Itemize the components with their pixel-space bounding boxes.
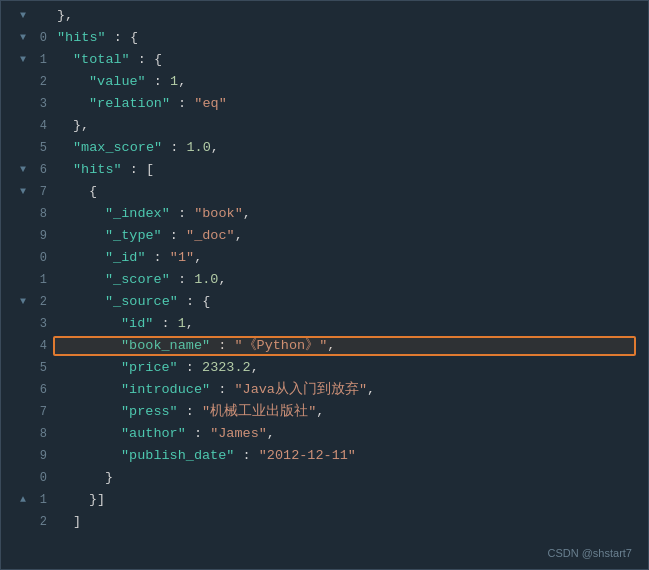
line-number: 2	[33, 291, 47, 313]
line-code: "press" : "机械工业出版社",	[53, 401, 648, 423]
punctuation-token: ]	[73, 514, 81, 529]
fold-arrow[interactable]: ▼	[17, 291, 29, 313]
string-token: "《Python》"	[234, 338, 327, 353]
code-line: 6"introduce" : "Java从入门到放弃",	[1, 379, 648, 401]
punctuation-token: ,	[327, 338, 335, 353]
line-number: 9	[33, 225, 47, 247]
punctuation-token: :	[178, 404, 202, 419]
line-number: 3	[33, 93, 47, 115]
line-code: "_id" : "1",	[53, 247, 648, 269]
line-number: 8	[33, 203, 47, 225]
watermark-text: CSDN @shstart7	[547, 547, 632, 559]
line-code: }]	[53, 489, 648, 511]
string-token: "1"	[170, 250, 194, 265]
line-code: "author" : "James",	[53, 423, 648, 445]
line-number: 8	[33, 423, 47, 445]
punctuation-token: {	[89, 184, 97, 199]
key-token: "value"	[89, 74, 146, 89]
punctuation-token: : {	[130, 52, 162, 67]
code-line: 3"relation" : "eq"	[1, 93, 648, 115]
line-gutter: 2	[1, 71, 53, 93]
punctuation-token: ,	[194, 250, 202, 265]
punctuation-token: },	[73, 118, 89, 133]
line-gutter: 9	[1, 445, 53, 467]
line-code: "_source" : {	[53, 291, 648, 313]
line-gutter: 4	[1, 335, 53, 357]
punctuation-token: :	[162, 228, 186, 243]
punctuation-token: :	[178, 360, 202, 375]
line-gutter: 0	[1, 467, 53, 489]
line-gutter: ▲1	[1, 489, 53, 511]
line-gutter: 9	[1, 225, 53, 247]
fold-arrow[interactable]: ▼	[17, 5, 29, 27]
punctuation-token: }	[89, 492, 97, 507]
line-code: "price" : 2323.2,	[53, 357, 648, 379]
code-line: 1"_score" : 1.0,	[1, 269, 648, 291]
punctuation-token: :	[210, 338, 234, 353]
punctuation-token: :	[146, 250, 170, 265]
key-token: "_index"	[105, 206, 170, 221]
number-token: 1	[170, 74, 178, 89]
line-gutter: ▼6	[1, 159, 53, 181]
number-token: 1.0	[194, 272, 218, 287]
key-token: "author"	[121, 426, 186, 441]
code-content: ▼},▼0"hits" : {▼1"total" : {2"value" : 1…	[1, 1, 648, 537]
code-line: 9"publish_date" : "2012-12-11"	[1, 445, 648, 467]
line-number: 5	[33, 357, 47, 379]
punctuation-token: :	[234, 448, 258, 463]
line-code: }	[53, 467, 648, 489]
line-code: "_type" : "_doc",	[53, 225, 648, 247]
punctuation-token: :	[146, 74, 170, 89]
line-gutter: 5	[1, 137, 53, 159]
code-line: 0"_id" : "1",	[1, 247, 648, 269]
number-token: 1.0	[186, 140, 210, 155]
punctuation-token: ]	[97, 492, 105, 507]
line-number: 3	[33, 313, 47, 335]
line-code: ]	[53, 511, 648, 533]
key-token: "_score"	[105, 272, 170, 287]
punctuation-token: ,	[235, 228, 243, 243]
line-gutter: ▼0	[1, 27, 53, 49]
string-token: "机械工业出版社"	[202, 404, 316, 419]
code-line: 2]	[1, 511, 648, 533]
string-token: "2012-12-11"	[259, 448, 356, 463]
line-code: },	[53, 5, 648, 27]
punctuation-token: ,	[251, 360, 259, 375]
fold-arrow[interactable]: ▼	[17, 159, 29, 181]
line-gutter: 8	[1, 423, 53, 445]
fold-arrow[interactable]: ▼	[17, 49, 29, 71]
line-number: 1	[33, 269, 47, 291]
line-gutter: ▼1	[1, 49, 53, 71]
string-token: "James"	[210, 426, 267, 441]
line-number: 9	[33, 445, 47, 467]
punctuation-token: ,	[186, 316, 194, 331]
key-token: "hits"	[57, 30, 106, 45]
line-gutter: 6	[1, 379, 53, 401]
line-number: 0	[33, 27, 47, 49]
code-line: 2"value" : 1,	[1, 71, 648, 93]
key-token: "hits"	[73, 162, 122, 177]
fold-arrow[interactable]: ▼	[17, 27, 29, 49]
line-number: 1	[33, 489, 47, 511]
key-token: "id"	[121, 316, 153, 331]
line-number: 4	[33, 335, 47, 357]
key-token: "max_score"	[73, 140, 162, 155]
line-gutter: 5	[1, 357, 53, 379]
punctuation-token: :	[162, 140, 186, 155]
line-gutter: 0	[1, 247, 53, 269]
line-code: },	[53, 115, 648, 137]
punctuation-token: ,	[243, 206, 251, 221]
code-line: ▼2"_source" : {	[1, 291, 648, 313]
punctuation-token: :	[170, 96, 194, 111]
line-gutter: 1	[1, 269, 53, 291]
string-token: "book"	[194, 206, 243, 221]
line-number: 7	[33, 181, 47, 203]
key-token: "price"	[121, 360, 178, 375]
line-gutter: 8	[1, 203, 53, 225]
fold-arrow[interactable]: ▲	[17, 489, 29, 511]
line-number: 1	[33, 49, 47, 71]
fold-arrow[interactable]: ▼	[17, 181, 29, 203]
line-number: 6	[33, 379, 47, 401]
code-line: 4},	[1, 115, 648, 137]
code-line: 8"_index" : "book",	[1, 203, 648, 225]
